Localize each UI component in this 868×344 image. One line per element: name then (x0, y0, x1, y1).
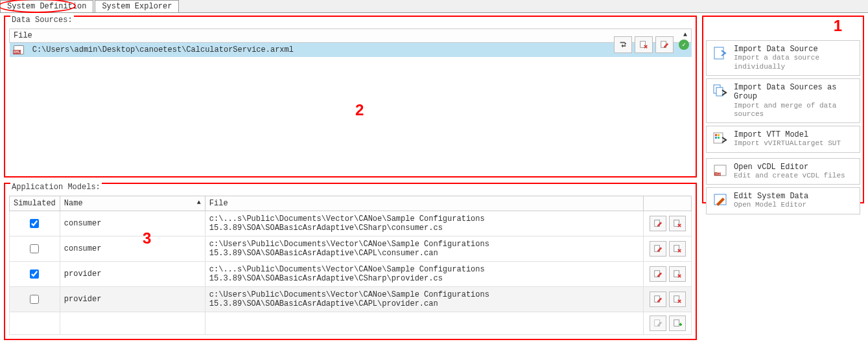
edit-model-button[interactable] (650, 216, 666, 231)
column-header-name[interactable]: Name ▲ (60, 196, 205, 211)
remove-model-button[interactable] (669, 241, 686, 257)
card-subtitle: Edit and create vCDL files (734, 172, 845, 180)
panel-title: Application Models: (10, 183, 102, 192)
svg-rect-7 (674, 271, 679, 277)
annotation-1: 1 (834, 17, 842, 35)
card-title: Import Data Source (734, 45, 854, 54)
svg-rect-0 (640, 41, 646, 48)
vtt-icon (712, 130, 729, 147)
sort-asc-icon: ▲ (197, 199, 201, 206)
model-file: c:\Users\Public\Documents\Vector\CANoe\S… (205, 236, 643, 262)
column-header-actions (644, 196, 692, 211)
annotation-2: 2 (355, 101, 364, 119)
open-vcdl-editor-button[interactable]: vCDL Open vCDL Editor Edit and create vC… (706, 158, 860, 185)
application-models-table: Simulated Name ▲ File consumerc:\...s\Pu… (9, 196, 692, 335)
file-path: C:\Users\admin\Desktop\canoetest\Calcula… (32, 45, 294, 54)
svg-rect-17 (718, 134, 720, 136)
edit-model-button[interactable] (650, 241, 666, 257)
data-source-row[interactable]: C:\Users\admin\Desktop\canoetest\Calcula… (10, 43, 692, 58)
simulated-checkbox[interactable] (30, 219, 39, 228)
tab-label: System Definition (7, 2, 86, 11)
tab-system-explorer[interactable]: System Explorer (95, 0, 179, 12)
tab-label: System Explorer (102, 2, 172, 11)
remove-model-button[interactable] (669, 266, 686, 282)
column-header-file[interactable]: File (205, 196, 643, 211)
model-name: provider (60, 287, 205, 312)
edit-system-data-button[interactable]: Edit System Data Open Model Editor (706, 187, 860, 214)
card-title: Import Data Sources as Group (734, 83, 854, 102)
svg-text:vCDL: vCDL (715, 172, 723, 176)
table-row[interactable]: consumerc:\Users\Public\Documents\Vector… (10, 236, 692, 262)
reload-button[interactable] (614, 36, 632, 53)
column-header-simulated[interactable]: Simulated (10, 196, 60, 211)
model-file: c:\...s\Public\Documents\Vector\CANoe\Sa… (205, 262, 643, 287)
simulated-checkbox[interactable] (30, 295, 39, 304)
actions-panel: 1 Import Data Source Import a data sourc… (702, 16, 864, 203)
remove-model-button[interactable] (669, 216, 686, 231)
svg-rect-11 (674, 320, 679, 327)
svg-rect-12 (714, 47, 723, 59)
data-source-actions: ✓ (614, 36, 689, 53)
svg-rect-16 (715, 134, 717, 136)
column-header-file[interactable]: File ▲ (10, 29, 692, 43)
edit-button[interactable] (655, 36, 674, 53)
panel-title: Data Sources: (10, 16, 74, 25)
model-name: provider (60, 262, 205, 287)
card-subtitle: Import and merge of data sources (734, 102, 854, 119)
simulated-checkbox[interactable] (30, 244, 39, 253)
data-sources-panel: Data Sources: 2 File ▲ (4, 16, 697, 178)
card-title: Import VTT Model (734, 130, 841, 139)
arxml-file-icon (14, 45, 24, 54)
import-data-source-button[interactable]: Import Data Source Import a data source … (706, 40, 860, 76)
tab-system-definition[interactable]: System Definition (0, 0, 93, 12)
svg-rect-19 (718, 137, 720, 139)
card-subtitle: Import a data source individually (734, 54, 854, 71)
model-name: consumer (60, 236, 205, 262)
card-subtitle: Open Model Editor (734, 201, 808, 209)
svg-rect-5 (674, 246, 679, 252)
model-file: c:\...s\Public\Documents\Vector\CANoe\Sa… (205, 211, 643, 236)
table-row-empty (10, 312, 692, 335)
table-row[interactable]: providerc:\Users\Public\Documents\Vector… (10, 287, 692, 312)
model-name: consumer (60, 211, 205, 236)
status-ok-icon: ✓ (679, 40, 689, 50)
card-title: Open vCDL Editor (734, 163, 845, 172)
remove-model-button[interactable] (669, 292, 686, 307)
simulated-checkbox[interactable] (30, 269, 39, 279)
edit-model-button[interactable] (650, 292, 666, 307)
svg-rect-9 (674, 296, 679, 303)
svg-rect-18 (715, 137, 717, 139)
model-file: c:\Users\Public\Documents\Vector\CANoe\S… (205, 287, 643, 312)
import-group-icon (712, 83, 729, 100)
svg-rect-3 (674, 220, 679, 227)
import-single-icon (712, 45, 729, 62)
edit-system-icon (712, 192, 729, 209)
add-model-button[interactable] (669, 315, 686, 331)
import-data-sources-group-button[interactable]: Import Data Sources as Group Import and … (706, 78, 860, 123)
import-vtt-model-button[interactable]: Import VTT Model Import vVIRTUALtarget S… (706, 126, 860, 153)
card-title: Edit System Data (734, 192, 808, 201)
tab-bar: System Definition System Explorer (0, 0, 868, 13)
table-row[interactable]: providerc:\...s\Public\Documents\Vector\… (10, 262, 692, 287)
edit-model-button[interactable] (650, 266, 666, 282)
edit-model-button[interactable] (650, 315, 666, 331)
vcdl-icon: vCDL (712, 163, 729, 179)
svg-rect-14 (716, 87, 723, 96)
remove-button[interactable] (635, 36, 653, 53)
table-row[interactable]: consumerc:\...s\Public\Documents\Vector\… (10, 211, 692, 236)
card-subtitle: Import vVIRTUALtarget SUT (734, 139, 841, 148)
data-sources-table: File ▲ C:\Users\admin\Desktop\canoetest\… (9, 29, 692, 57)
application-models-panel: Application Models: 3 Simulated Name ▲ (4, 183, 697, 340)
